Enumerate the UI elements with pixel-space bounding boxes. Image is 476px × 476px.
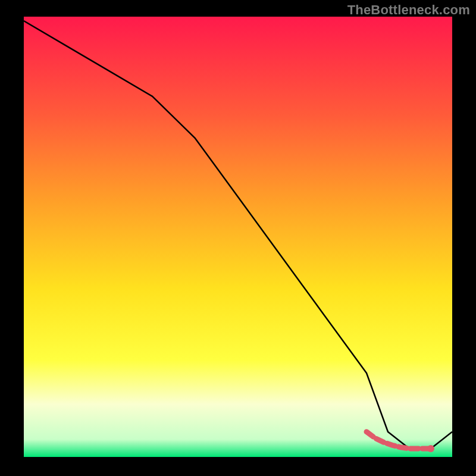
chart-svg: [24, 17, 452, 457]
gradient-background: [24, 17, 452, 457]
watermark-text: TheBottleneck.com: [347, 2, 470, 18]
chart-frame: TheBottleneck.com: [0, 0, 476, 476]
plot-container: [24, 17, 452, 457]
highlight-end-dot: [427, 445, 434, 452]
